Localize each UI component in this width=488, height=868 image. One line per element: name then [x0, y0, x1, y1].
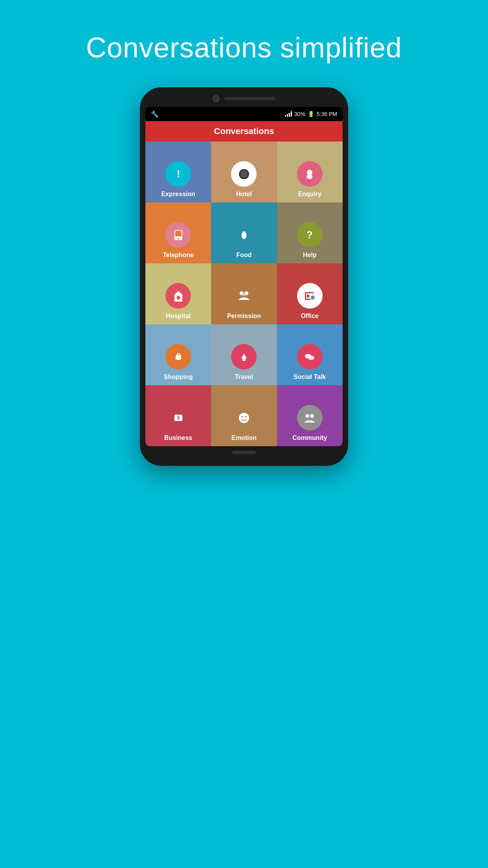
shopping-icon — [165, 344, 191, 370]
grid-item-hotel[interactable]: Hotel — [211, 142, 277, 202]
svg-text:!: ! — [176, 168, 180, 180]
svg-text:?: ? — [306, 229, 313, 241]
grid-item-socialtalk[interactable]: Social Talk — [277, 324, 343, 385]
travel-label: Travel — [235, 373, 253, 381]
food-icon — [231, 222, 257, 248]
travel-icon — [231, 344, 257, 370]
time-text: 5:36 PM — [317, 111, 337, 117]
grid-item-emotion[interactable]: Emotion — [211, 385, 277, 446]
grid-item-permission[interactable]: Permission — [211, 263, 277, 324]
emotion-icon — [231, 405, 257, 430]
expression-icon: ! — [165, 161, 191, 187]
phone-screen: 🔧 30% 🔋 5:36 PM Conversations — [145, 107, 343, 446]
business-label: Business — [164, 434, 192, 441]
telephone-icon — [165, 222, 191, 248]
grid-item-office[interactable]: Office — [277, 263, 343, 324]
grid-item-community[interactable]: Community — [277, 385, 343, 446]
svg-point-31 — [308, 355, 314, 360]
svg-point-38 — [310, 414, 314, 418]
svg-point-27 — [179, 359, 181, 361]
svg-rect-6 — [175, 231, 182, 236]
status-right: 30% 🔋 5:36 PM — [285, 111, 337, 117]
app-header: Conversations — [145, 121, 343, 142]
grid-item-expression[interactable]: ! Expression — [145, 142, 211, 202]
telephone-label: Telephone — [163, 252, 194, 259]
office-label: Office — [301, 313, 319, 320]
status-bar: 🔧 30% 🔋 5:36 PM — [145, 107, 343, 121]
hotel-icon — [231, 161, 257, 187]
enquiry-label: Enquiry — [298, 191, 322, 198]
category-grid: ! Expression Hotel — [145, 142, 343, 446]
svg-point-34 — [239, 413, 249, 423]
community-icon — [297, 405, 323, 430]
food-label: Food — [236, 252, 251, 259]
svg-point-7 — [178, 238, 179, 239]
app-title: Conversations — [214, 126, 274, 136]
expression-label: Expression — [161, 191, 195, 198]
camera-icon — [213, 95, 220, 102]
svg-rect-25 — [176, 355, 181, 360]
svg-point-37 — [305, 414, 309, 418]
hospital-label: Hospital — [166, 313, 191, 320]
svg-point-2 — [240, 171, 248, 178]
phone-bottom-bezel — [145, 451, 343, 454]
svg-rect-4 — [307, 175, 312, 179]
svg-point-36 — [245, 416, 247, 417]
grid-item-enquiry[interactable]: Enquiry — [277, 142, 343, 202]
shopping-label: Shopping — [164, 373, 193, 381]
grid-item-shopping[interactable]: Shopping — [145, 324, 211, 385]
emotion-label: Emotion — [231, 434, 257, 441]
battery-icon: 🔋 — [308, 111, 314, 117]
grid-item-food[interactable]: Food — [211, 202, 277, 263]
permission-label: Permission — [227, 313, 261, 320]
speaker-icon — [224, 97, 275, 100]
battery-text: 30% — [294, 111, 305, 117]
grid-item-business[interactable]: $ Business — [145, 385, 211, 446]
phone-top-bezel — [145, 95, 343, 102]
help-label: Help — [303, 252, 317, 259]
home-button[interactable] — [232, 451, 256, 454]
grid-item-help[interactable]: ? Help — [277, 202, 343, 263]
grid-item-travel[interactable]: Travel — [211, 324, 277, 385]
grid-item-hospital[interactable]: Hospital — [145, 263, 211, 324]
community-label: Community — [292, 434, 327, 441]
svg-rect-22 — [307, 294, 309, 298]
socialtalk-label: Social Talk — [294, 373, 326, 381]
grid-item-telephone[interactable]: Telephone — [145, 202, 211, 263]
phone-device: 🔧 30% 🔋 5:36 PM Conversations — [140, 87, 348, 466]
svg-text:$: $ — [177, 415, 180, 421]
permission-icon — [231, 283, 257, 309]
svg-point-23 — [310, 295, 315, 300]
page-headline: Conversations simplified — [86, 31, 402, 64]
business-icon: $ — [165, 405, 191, 430]
wrench-icon: 🔧 — [151, 110, 159, 118]
socialtalk-icon — [297, 344, 323, 370]
svg-point-19 — [242, 294, 246, 296]
svg-point-3 — [307, 170, 312, 175]
hospital-icon — [165, 283, 191, 309]
svg-rect-16 — [178, 296, 179, 300]
office-icon — [297, 283, 323, 309]
svg-point-35 — [241, 416, 243, 417]
hotel-label: Hotel — [236, 191, 252, 198]
enquiry-icon — [297, 161, 323, 187]
signal-icon — [285, 111, 292, 117]
svg-point-26 — [176, 359, 178, 361]
help-icon: ? — [297, 222, 323, 248]
